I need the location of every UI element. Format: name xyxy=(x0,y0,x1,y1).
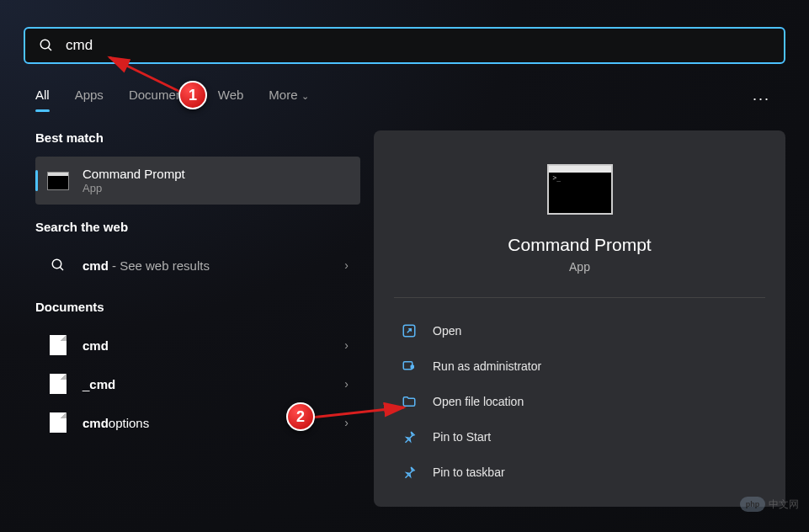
search-box[interactable] xyxy=(24,27,785,64)
chevron-right-icon: › xyxy=(344,377,349,391)
details-title: Command Prompt xyxy=(394,235,765,255)
open-icon xyxy=(401,322,418,339)
result-doc[interactable]: cmd › xyxy=(35,326,360,364)
file-icon xyxy=(47,375,69,393)
result-best-match[interactable]: Command Prompt App xyxy=(35,157,360,205)
section-heading-best-match: Best match xyxy=(35,130,360,145)
tab-more[interactable]: More⌄ xyxy=(269,88,308,110)
action-run-as-admin[interactable]: Run as administrator xyxy=(394,348,765,384)
pin-icon xyxy=(401,428,418,445)
filter-tabs: All Apps Documents Web More⌄ xyxy=(35,88,309,110)
result-title: _cmd xyxy=(82,377,344,391)
result-title: cmd - See web results xyxy=(82,258,344,273)
svg-line-3 xyxy=(60,267,63,270)
php-logo-icon xyxy=(740,497,765,512)
action-label: Run as administrator xyxy=(433,359,541,373)
file-icon xyxy=(47,336,69,354)
result-web[interactable]: cmd - See web results › xyxy=(35,246,360,285)
details-subtitle: App xyxy=(394,260,765,274)
chevron-right-icon: › xyxy=(344,338,349,352)
action-label: Pin to Start xyxy=(433,430,491,444)
action-label: Open xyxy=(433,324,461,338)
command-prompt-icon xyxy=(47,172,69,190)
watermark: 中文网 xyxy=(740,497,799,512)
chevron-right-icon: › xyxy=(344,416,349,429)
action-open-file-location[interactable]: Open file location xyxy=(394,384,765,419)
tab-apps[interactable]: Apps xyxy=(75,88,104,110)
overflow-menu-button[interactable]: ··· xyxy=(753,90,774,108)
section-heading-documents: Documents xyxy=(35,300,360,314)
result-title: cmdoptions xyxy=(82,416,344,430)
section-heading-web: Search the web xyxy=(35,220,360,234)
result-doc[interactable]: cmdoptions › xyxy=(35,403,360,442)
shield-admin-icon xyxy=(401,358,418,375)
pin-icon xyxy=(401,464,418,481)
chevron-right-icon: › xyxy=(344,258,349,272)
chevron-down-icon: ⌄ xyxy=(301,91,309,101)
action-label: Pin to taskbar xyxy=(433,466,505,479)
folder-icon xyxy=(401,393,418,410)
svg-point-0 xyxy=(40,40,50,49)
action-pin-to-start[interactable]: Pin to Start xyxy=(394,419,765,455)
tab-all[interactable]: All xyxy=(35,88,50,110)
search-icon xyxy=(47,256,69,274)
search-input[interactable] xyxy=(66,37,770,54)
app-icon-large xyxy=(547,164,613,215)
result-subtitle: App xyxy=(82,182,349,194)
result-doc[interactable]: _cmd › xyxy=(35,364,360,403)
action-open[interactable]: Open xyxy=(394,313,765,348)
svg-line-1 xyxy=(48,47,51,51)
action-label: Open file location xyxy=(433,395,524,408)
action-pin-to-taskbar[interactable]: Pin to taskbar xyxy=(394,455,765,490)
result-title: Command Prompt xyxy=(82,167,349,181)
results-list: Best match Command Prompt App Search the… xyxy=(24,130,360,507)
tab-documents[interactable]: Documents xyxy=(129,88,193,110)
search-icon xyxy=(39,38,54,53)
file-icon xyxy=(47,413,69,432)
start-search-panel: All Apps Documents Web More⌄ ··· Best ma… xyxy=(0,0,809,532)
tab-web[interactable]: Web xyxy=(218,88,244,110)
result-title: cmd xyxy=(82,338,344,353)
divider xyxy=(394,297,765,298)
svg-point-2 xyxy=(52,259,61,269)
details-pane: Command Prompt App Open Run as administr… xyxy=(374,130,785,507)
